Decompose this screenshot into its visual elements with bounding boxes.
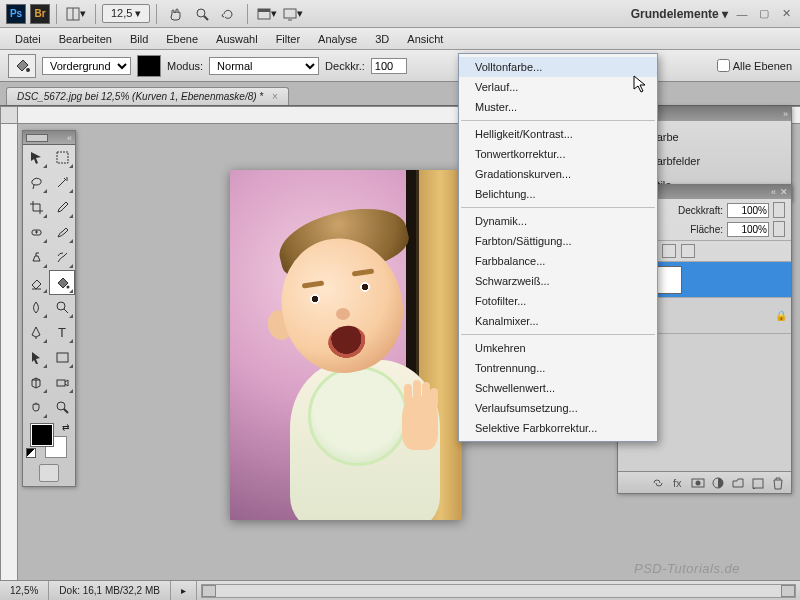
scroll-left-icon[interactable] — [202, 585, 216, 597]
clone-stamp-tool[interactable] — [23, 245, 49, 270]
menu-item[interactable]: Tontrennung... — [459, 358, 657, 378]
layer-mask-icon[interactable] — [691, 476, 705, 490]
lock-position-icon[interactable] — [662, 244, 676, 258]
bridge-icon[interactable]: Br — [30, 4, 50, 24]
ruler-origin[interactable] — [0, 106, 18, 124]
document-canvas[interactable] — [230, 170, 462, 520]
move-tool[interactable] — [23, 145, 49, 170]
history-brush-tool[interactable] — [49, 245, 75, 270]
menu-item[interactable]: Volltonfarbe... — [459, 57, 657, 77]
eraser-tool[interactable] — [23, 270, 49, 295]
workspace-switcher[interactable]: Grundelemente ▾ — [631, 7, 728, 21]
menu-item[interactable]: Farbbalance... — [459, 251, 657, 271]
menu-analyse[interactable]: Analyse — [309, 30, 366, 48]
zoom-tool-icon[interactable] — [190, 3, 214, 25]
foreground-color-swatch[interactable] — [31, 424, 53, 446]
link-layers-icon[interactable] — [651, 476, 665, 490]
blend-mode-select[interactable]: Normal — [209, 57, 319, 75]
marquee-tool[interactable] — [49, 145, 75, 170]
delete-layer-icon[interactable] — [771, 476, 785, 490]
menu-item[interactable]: Fotofilter... — [459, 291, 657, 311]
healing-brush-tool[interactable] — [23, 220, 49, 245]
zoom-percent-display[interactable]: 12,5 ▾ — [102, 4, 150, 23]
brush-tool[interactable] — [49, 220, 75, 245]
layout-menu-icon[interactable]: ▾ — [64, 3, 88, 25]
screen-mode-icon[interactable]: ▾ — [281, 3, 305, 25]
menu-item[interactable]: Helligkeit/Kontrast... — [459, 124, 657, 144]
default-colors-icon[interactable] — [26, 448, 36, 458]
magic-wand-tool[interactable] — [49, 170, 75, 195]
rotate-view-icon[interactable] — [216, 3, 240, 25]
panel-collapse-icon[interactable]: « — [771, 187, 776, 197]
menu-item[interactable]: Muster... — [459, 97, 657, 117]
lock-all-icon[interactable] — [681, 244, 695, 258]
paint-bucket-icon[interactable] — [8, 54, 36, 78]
menu-item[interactable]: Gradationskurven... — [459, 164, 657, 184]
path-selection-tool[interactable] — [23, 345, 49, 370]
opacity-slider-toggle[interactable] — [773, 202, 785, 218]
tab-close-icon[interactable]: × — [272, 91, 278, 102]
panel-close-icon[interactable]: ✕ — [780, 187, 788, 197]
menu-item[interactable]: Schwarzweiß... — [459, 271, 657, 291]
menu-auswahl[interactable]: Auswahl — [207, 30, 267, 48]
menu-item[interactable]: Verlaufsumsetzung... — [459, 398, 657, 418]
fill-slider-toggle[interactable] — [773, 221, 785, 237]
layer-fill-input[interactable] — [727, 222, 769, 237]
menu-item[interactable]: Dynamik... — [459, 211, 657, 231]
hand-tool[interactable] — [23, 395, 49, 420]
menu-item[interactable]: Schwellenwert... — [459, 378, 657, 398]
zoom-tool[interactable] — [49, 395, 75, 420]
fill-color-swatch[interactable] — [137, 55, 161, 77]
menu-item[interactable]: Umkehren — [459, 338, 657, 358]
document-tab[interactable]: DSC_5672.jpg bei 12,5% (Kurven 1, Ebenen… — [6, 87, 289, 105]
3d-camera-tool[interactable] — [49, 370, 75, 395]
ruler-vertical[interactable] — [0, 124, 18, 580]
layer-mask-thumbnail[interactable] — [654, 266, 682, 294]
status-doc-size[interactable]: Dok: 16,1 MB/32,2 MB — [49, 581, 171, 600]
tools-collapse-icon[interactable]: « — [67, 133, 72, 143]
menu-filter[interactable]: Filter — [267, 30, 309, 48]
menu-item[interactable]: Belichtung... — [459, 184, 657, 204]
fill-source-select[interactable]: Vordergrund — [42, 57, 131, 75]
layer-opacity-input[interactable] — [727, 203, 769, 218]
group-icon[interactable] — [731, 476, 745, 490]
3d-tool[interactable] — [23, 370, 49, 395]
menu-item[interactable]: Selektive Farbkorrektur... — [459, 418, 657, 438]
hand-tool-icon[interactable] — [164, 3, 188, 25]
menu-3d[interactable]: 3D — [366, 30, 398, 48]
status-zoom[interactable]: 12,5% — [0, 581, 49, 600]
close-icon[interactable]: ✕ — [778, 6, 794, 22]
menu-item[interactable]: Kanalmixer... — [459, 311, 657, 331]
quick-mask-toggle[interactable] — [39, 464, 59, 482]
scroll-right-icon[interactable] — [781, 585, 795, 597]
panel-collapse-icon[interactable]: » — [783, 109, 788, 119]
type-tool[interactable]: T — [49, 320, 75, 345]
menu-item[interactable]: Farbton/Sättigung... — [459, 231, 657, 251]
eyedropper-tool[interactable] — [49, 195, 75, 220]
menu-datei[interactable]: Datei — [6, 30, 50, 48]
menu-ansicht[interactable]: Ansicht — [398, 30, 452, 48]
pen-tool[interactable] — [23, 320, 49, 345]
arrange-docs-icon[interactable]: ▾ — [255, 3, 279, 25]
tools-panel-header[interactable]: « — [23, 131, 75, 145]
status-menu-arrow[interactable]: ▸ — [171, 581, 197, 600]
opacity-input[interactable] — [371, 58, 407, 74]
menu-item[interactable]: Verlauf... — [459, 77, 657, 97]
adjustment-layer-icon[interactable] — [711, 476, 725, 490]
new-layer-icon[interactable] — [751, 476, 765, 490]
all-layers-checkbox[interactable] — [717, 59, 730, 72]
layer-style-icon[interactable]: fx — [671, 476, 685, 490]
paint-bucket-tool[interactable] — [49, 270, 75, 295]
horizontal-scrollbar[interactable] — [201, 584, 796, 598]
swap-colors-icon[interactable]: ⇄ — [62, 422, 70, 432]
maximize-icon[interactable]: ▢ — [756, 6, 772, 22]
crop-tool[interactable] — [23, 195, 49, 220]
minimize-icon[interactable]: — — [734, 6, 750, 22]
dodge-tool[interactable] — [49, 295, 75, 320]
menu-bild[interactable]: Bild — [121, 30, 157, 48]
menu-bearbeiten[interactable]: Bearbeiten — [50, 30, 121, 48]
shape-tool[interactable] — [49, 345, 75, 370]
lasso-tool[interactable] — [23, 170, 49, 195]
menu-item[interactable]: Tonwertkorrektur... — [459, 144, 657, 164]
menu-ebene[interactable]: Ebene — [157, 30, 207, 48]
